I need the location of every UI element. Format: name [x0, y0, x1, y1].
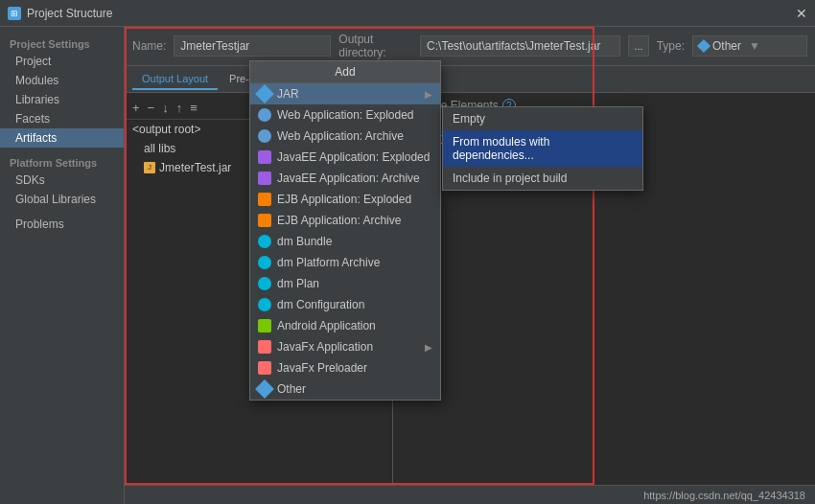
add-menu-item-dm-plan[interactable]: dm Plan [250, 273, 440, 294]
jar-icon: J [144, 162, 155, 173]
add-menu-item-ejb-exploded[interactable]: EJB Application: Exploded [250, 189, 440, 210]
javafx-arrow-icon: ▶ [425, 342, 432, 353]
url-text: https://blog.csdn.net/qq_42434318 [643, 490, 805, 501]
jar-submenu-empty[interactable]: Empty [443, 107, 642, 130]
jar-diamond-icon [255, 84, 274, 103]
add-menu-item-web-archive[interactable]: Web Application: Archive [250, 126, 440, 147]
output-root-label: <output root> [132, 123, 200, 136]
browse-button[interactable]: ... [628, 35, 648, 57]
android-icon [258, 319, 271, 332]
title-text: Project Structure [27, 7, 112, 20]
add-menu-item-dm-platform-archive[interactable]: dm Platform Archive [250, 252, 440, 273]
bottom-bar: https://blog.csdn.net/qq_42434318 [125, 485, 815, 504]
add-menu-item-jar[interactable]: JAR ▶ Empty From modules with dependenci… [250, 83, 440, 104]
sidebar: Project Settings Project Modules Librari… [0, 27, 125, 504]
dm-plan-icon [258, 277, 271, 290]
type-label: Type: [657, 39, 685, 53]
sidebar-item-facets[interactable]: Facets [0, 109, 124, 128]
all-libs-label: all libs [144, 142, 175, 155]
output-path-input[interactable] [420, 35, 620, 57]
add-menu-item-android[interactable]: Android Application [250, 315, 440, 336]
app-icon: ⊞ [8, 7, 21, 20]
dm-bundle-icon [258, 235, 271, 248]
tree-remove-button[interactable]: − [146, 101, 157, 115]
jar-submenu-include-in-build[interactable]: Include in project build [443, 167, 642, 190]
javaee-archive-icon [258, 172, 271, 185]
title-bar: ⊞ Project Structure ✕ [0, 0, 815, 27]
add-menu-item-dm-bundle[interactable]: dm Bundle [250, 231, 440, 252]
dm-platform-icon [258, 256, 271, 269]
dm-config-icon [258, 298, 271, 311]
sidebar-item-modules[interactable]: Modules [0, 71, 124, 90]
type-select[interactable]: Other ▼ [692, 35, 807, 57]
sidebar-item-global-libraries[interactable]: Global Libraries [0, 190, 124, 209]
project-settings-label: Project Settings [0, 34, 124, 52]
platform-settings-label: Platform Settings [0, 153, 124, 171]
tree-move-down-button[interactable]: ↓ [160, 101, 171, 115]
sidebar-item-sdks[interactable]: SDKs [0, 171, 124, 190]
tab-output-layout[interactable]: Output Layout [132, 69, 218, 90]
sidebar-item-project[interactable]: Project [0, 52, 124, 71]
add-menu-item-other[interactable]: Other [250, 378, 440, 400]
ejb-archive-icon [258, 214, 271, 227]
title-bar-left: ⊞ Project Structure [8, 7, 112, 20]
content-area: Name: Output directory: ... Type: Other … [125, 27, 815, 504]
tree-move-up-button[interactable]: ↑ [175, 101, 185, 115]
jar-arrow-icon: ▶ [425, 89, 432, 100]
sidebar-item-artifacts[interactable]: Artifacts [0, 128, 124, 148]
tree-add-button[interactable]: + [130, 101, 142, 115]
add-menu-item-ejb-archive[interactable]: EJB Application: Archive [250, 210, 440, 231]
other-diamond-icon [255, 379, 274, 399]
sidebar-item-problems[interactable]: Problems [0, 215, 124, 234]
add-menu-item-dm-config[interactable]: dm Configuration [250, 294, 440, 315]
web-exploded-icon [258, 108, 271, 122]
tree-options-button[interactable]: ≡ [188, 101, 199, 115]
add-menu: Add JAR ▶ Empty From modules with depend… [249, 60, 441, 401]
add-menu-item-web-exploded[interactable]: Web Application: Exploded [250, 104, 440, 126]
name-label: Name: [132, 39, 166, 53]
javafx-preloader-icon [258, 361, 271, 375]
add-menu-item-javaee-archive[interactable]: JavaEE Application: Archive [250, 168, 440, 189]
output-dir-label: Output directory: [338, 33, 412, 59]
sidebar-item-libraries[interactable]: Libraries [0, 90, 124, 109]
jar-label: JmeterTest.jar [159, 161, 231, 174]
javafx-app-icon [258, 340, 271, 354]
main-layout: Project Settings Project Modules Librari… [0, 27, 815, 504]
type-diamond-icon [697, 39, 710, 53]
add-menu-header: Add [250, 61, 440, 83]
add-menu-item-javaee-exploded[interactable]: JavaEE Application: Exploded [250, 147, 440, 168]
ejb-exploded-icon [258, 193, 271, 206]
javaee-exploded-icon [258, 150, 271, 164]
jar-submenu: Empty From modules with dependencies... … [442, 106, 643, 191]
name-input[interactable] [174, 35, 331, 57]
add-menu-item-javafx-app[interactable]: JavaFx Application ▶ [250, 336, 440, 357]
web-archive-icon [258, 129, 271, 143]
add-menu-item-javafx-preloader[interactable]: JavaFx Preloader [250, 357, 440, 378]
close-button[interactable]: ✕ [796, 6, 807, 21]
tabs-bar: Output Layout Pre-processing Post-proces… [125, 66, 815, 93]
top-bar: Name: Output directory: ... Type: Other … [125, 27, 815, 66]
jar-submenu-from-modules[interactable]: From modules with dependencies... [443, 130, 642, 167]
